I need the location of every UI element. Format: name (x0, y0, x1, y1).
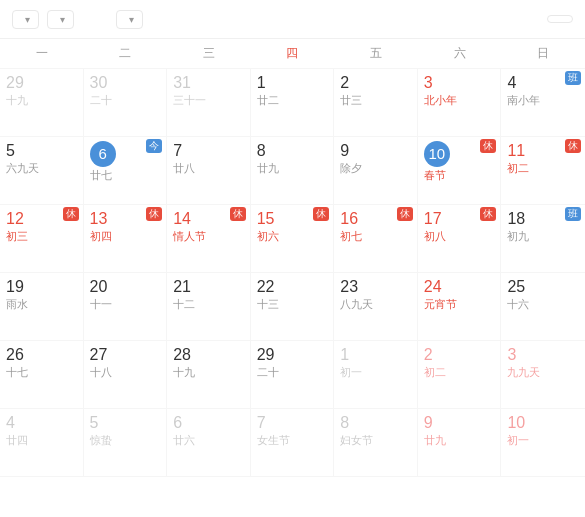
day-cell[interactable]: 休15初六 (251, 205, 335, 273)
day-cell[interactable]: 1初一 (334, 341, 418, 409)
day-cell[interactable]: 8妇女节 (334, 409, 418, 477)
day-cell[interactable]: 24元宵节 (418, 273, 502, 341)
day-number: 2 (340, 73, 349, 92)
day-lunar: 十三 (257, 297, 279, 312)
day-cell[interactable]: 22十三 (251, 273, 335, 341)
day-number: 12 (6, 209, 24, 228)
day-number: 17 (424, 209, 442, 228)
day-number: 16 (340, 209, 358, 228)
day-lunar: 九九天 (507, 365, 540, 380)
day-number: 1 (257, 73, 266, 92)
day-cell[interactable]: 20十一 (84, 273, 168, 341)
day-lunar: 女生节 (257, 433, 290, 448)
day-lunar: 十八 (90, 365, 112, 380)
year-select[interactable]: ▾ (47, 10, 74, 29)
day-cell[interactable]: 1廿二 (251, 69, 335, 137)
day-lunar: 初一 (340, 365, 362, 380)
day-cell[interactable]: 休10春节 (418, 137, 502, 205)
day-cell[interactable]: 休17初八 (418, 205, 502, 273)
day-cell[interactable]: 休11初二 (501, 137, 585, 205)
day-lunar: 春节 (424, 168, 446, 183)
month-select[interactable]: ▾ (116, 10, 143, 29)
day-cell[interactable]: 30二十 (84, 69, 168, 137)
day-number: 2 (424, 345, 433, 364)
day-cell[interactable]: 2初二 (418, 341, 502, 409)
day-lunar: 初四 (90, 229, 112, 244)
day-cell[interactable]: 29十九 (0, 69, 84, 137)
day-cell[interactable]: 5惊蛰 (84, 409, 168, 477)
day-badge: 休 (480, 139, 496, 153)
day-cell[interactable]: 休14情人节 (167, 205, 251, 273)
day-cell[interactable]: 23八九天 (334, 273, 418, 341)
day-lunar: 二十 (90, 93, 112, 108)
day-cell[interactable]: 班4南小年 (501, 69, 585, 137)
day-number: 29 (6, 73, 24, 92)
day-cell[interactable]: 27十八 (84, 341, 168, 409)
day-cell[interactable]: 25十六 (501, 273, 585, 341)
day-lunar: 初八 (424, 229, 446, 244)
day-number: 3 (424, 73, 433, 92)
day-cell[interactable]: 29二十 (251, 341, 335, 409)
day-cell[interactable]: 休13初四 (84, 205, 168, 273)
day-cell[interactable]: 9除夕 (334, 137, 418, 205)
day-cell[interactable]: 8廿九 (251, 137, 335, 205)
prev-month-button[interactable] (90, 8, 112, 30)
day-lunar: 十六 (507, 297, 529, 312)
next-month-button[interactable] (147, 8, 169, 30)
day-cell[interactable]: 28十九 (167, 341, 251, 409)
day-lunar: 廿八 (173, 161, 195, 176)
day-cell[interactable]: 休12初三 (0, 205, 84, 273)
day-cell[interactable]: 31三十一 (167, 69, 251, 137)
day-number: 24 (424, 277, 442, 296)
day-cell[interactable]: 4廿四 (0, 409, 84, 477)
calendar-grid: 29十九30二十31三十一1廿二2廿三3北小年班4南小年5六九天今6廿七7廿八8… (0, 69, 585, 477)
day-lunar: 初二 (507, 161, 529, 176)
day-lunar: 廿九 (257, 161, 279, 176)
day-lunar: 三十一 (173, 93, 206, 108)
day-number: 19 (6, 277, 24, 296)
day-number: 7 (257, 413, 266, 432)
day-cell[interactable]: 7廿八 (167, 137, 251, 205)
festival-select[interactable]: ▾ (12, 10, 39, 29)
day-lunar: 妇女节 (340, 433, 373, 448)
day-lunar: 廿九 (424, 433, 446, 448)
weekday-三: 三 (167, 39, 251, 68)
day-lunar: 初七 (340, 229, 362, 244)
day-badge: 休 (480, 207, 496, 221)
calendar-container: ▾ ▾ ▾ 一二三四五六日 29十九30二十31三十一1廿二2廿三3北小年班4南… (0, 0, 585, 477)
day-lunar: 初一 (507, 433, 529, 448)
festival-chevron: ▾ (25, 14, 30, 25)
day-cell[interactable]: 2廿三 (334, 69, 418, 137)
day-cell[interactable]: 3九九天 (501, 341, 585, 409)
day-cell[interactable]: 6廿六 (167, 409, 251, 477)
day-number: 10 (507, 413, 525, 432)
weekday-一: 一 (0, 39, 84, 68)
day-badge: 休 (397, 207, 413, 221)
day-lunar: 雨水 (6, 297, 28, 312)
day-number: 22 (257, 277, 275, 296)
day-cell[interactable]: 3北小年 (418, 69, 502, 137)
day-number: 27 (90, 345, 108, 364)
day-cell[interactable]: 19雨水 (0, 273, 84, 341)
today-button[interactable] (547, 15, 573, 23)
day-cell[interactable]: 9廿九 (418, 409, 502, 477)
day-badge: 休 (146, 207, 162, 221)
day-cell[interactable]: 5六九天 (0, 137, 84, 205)
day-number: 5 (6, 141, 15, 160)
day-cell[interactable]: 21十二 (167, 273, 251, 341)
day-lunar: 元宵节 (424, 297, 457, 312)
day-cell[interactable]: 26十七 (0, 341, 84, 409)
weekday-六: 六 (418, 39, 502, 68)
weekday-五: 五 (334, 39, 418, 68)
day-number: 4 (507, 73, 516, 92)
day-lunar: 廿四 (6, 433, 28, 448)
day-number: 5 (90, 413, 99, 432)
day-number: 13 (90, 209, 108, 228)
day-cell[interactable]: 休16初七 (334, 205, 418, 273)
day-cell[interactable]: 10初一 (501, 409, 585, 477)
day-lunar: 十二 (173, 297, 195, 312)
day-number: 6 (90, 141, 116, 167)
day-cell[interactable]: 今6廿七 (84, 137, 168, 205)
day-cell[interactable]: 7女生节 (251, 409, 335, 477)
day-cell[interactable]: 班18初九 (501, 205, 585, 273)
